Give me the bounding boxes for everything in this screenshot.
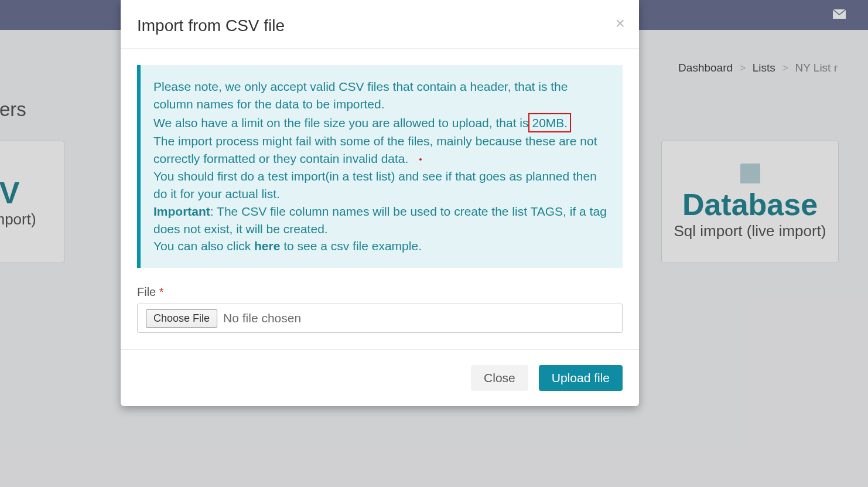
required-indicator: * [159,285,164,298]
file-label: File * [137,285,623,299]
close-button[interactable]: Close [471,365,528,391]
upload-file-button[interactable]: Upload file [539,365,623,391]
modal-footer: Close Upload file [121,349,639,406]
callout-line: Please note, we only accept valid CSV fi… [153,78,607,113]
choose-file-button[interactable]: Choose File [146,309,217,328]
callout-line: The import process might fail with some … [153,132,607,168]
important-label: Important [153,205,210,218]
label-text: File [137,285,156,298]
size-highlight: 20MB. [528,113,571,133]
callout-text: : The CSV file column names will be used… [153,205,607,236]
callout-line: You can also click here to see a csv fil… [153,237,607,255]
file-form-group: File * Choose File No file chosen [137,285,623,333]
callout-line: You should first do a test import(in a t… [153,168,607,203]
modal-title: Import from CSV file [137,16,623,35]
callout-text: to see a csv file example. [280,239,422,253]
modal-body: Please note, we only accept valid CSV fi… [121,49,639,349]
callout-text: The import process might fail with some … [153,134,597,165]
callout-line: Important: The CSV file column names wil… [153,203,607,238]
modal-header: Import from CSV file × [121,0,639,49]
import-csv-modal: Import from CSV file × Please note, we o… [121,0,639,406]
example-link[interactable]: here [254,239,280,253]
annotation-dot: • [419,155,422,164]
callout-line: We also have a limit on the file size yo… [153,113,607,133]
file-input[interactable]: Choose File No file chosen [137,304,623,333]
callout-text: You can also click [153,239,254,253]
file-status: No file chosen [223,311,301,325]
close-icon[interactable]: × [616,14,625,33]
info-callout: Please note, we only accept valid CSV fi… [137,65,623,268]
callout-text: We also have a limit on the file size yo… [153,116,528,130]
